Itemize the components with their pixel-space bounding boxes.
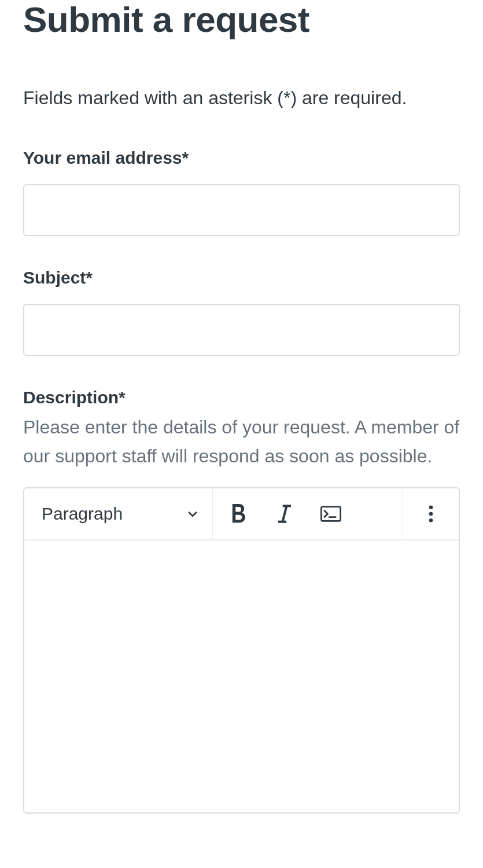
svg-point-5 <box>429 505 433 509</box>
more-vertical-icon <box>429 505 433 523</box>
more-button[interactable] <box>403 488 459 539</box>
heading-dropdown[interactable]: Paragraph <box>24 488 212 539</box>
page-title: Submit a request <box>23 0 460 39</box>
svg-rect-3 <box>321 506 340 521</box>
description-label: Description* <box>23 388 460 407</box>
description-editor: Paragraph <box>23 487 460 814</box>
subject-label: Subject* <box>23 268 460 288</box>
more-group <box>403 488 459 539</box>
svg-point-7 <box>429 518 433 523</box>
bold-icon <box>230 504 247 524</box>
italic-button[interactable] <box>261 488 308 539</box>
bold-button[interactable] <box>215 488 261 539</box>
email-input[interactable] <box>23 184 460 236</box>
code-block-button[interactable] <box>308 488 354 539</box>
chevron-down-icon <box>187 508 198 520</box>
svg-marker-2 <box>281 505 287 521</box>
heading-dropdown-label: Paragraph <box>42 504 123 524</box>
svg-point-6 <box>429 512 433 516</box>
subject-input[interactable] <box>23 304 460 356</box>
email-label: Your email address* <box>23 148 460 168</box>
code-block-icon <box>320 506 341 522</box>
italic-icon <box>278 504 291 524</box>
format-buttons <box>213 488 356 539</box>
description-input[interactable] <box>24 540 459 812</box>
email-field-group: Your email address* <box>23 148 460 236</box>
description-field-group: Description* Please enter the details of… <box>23 388 460 813</box>
subject-field-group: Subject* <box>23 268 460 356</box>
description-help: Please enter the details of your request… <box>23 413 460 470</box>
editor-toolbar: Paragraph <box>24 488 459 540</box>
required-fields-note: Fields marked with an asterisk (*) are r… <box>23 86 460 111</box>
toolbar-spacer <box>356 488 403 539</box>
